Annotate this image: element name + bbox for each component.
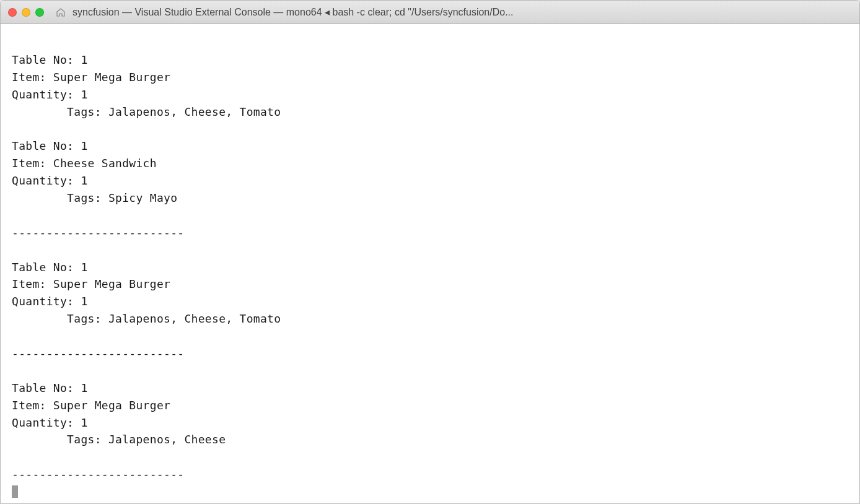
output-line: Tags: Spicy Mayo: [12, 189, 848, 207]
close-button[interactable]: [8, 8, 17, 17]
window-title: syncfusion — Visual Studio External Cons…: [72, 6, 852, 18]
traffic-lights: [8, 8, 44, 17]
output-line: Tags: Jalapenos, Cheese, Tomato: [12, 310, 848, 328]
tags-indent: [12, 312, 67, 325]
tags-value: Jalapenos, Cheese, Tomato: [108, 312, 281, 325]
output-line: [12, 328, 848, 345]
output-line: Table No: 1: [12, 51, 848, 69]
item-value: Super Mega Burger: [53, 71, 170, 84]
output-line: Quantity: 1: [12, 86, 848, 103]
item-value: Super Mega Burger: [53, 277, 170, 290]
output-line: [12, 207, 848, 224]
output-line: [12, 362, 848, 380]
tags-label: Tags:: [67, 105, 108, 118]
quantity-label: Quantity:: [12, 174, 81, 187]
quantity-value: 1: [81, 88, 87, 101]
output-line: Quantity: 1: [12, 172, 848, 189]
tags-value: Spicy Mayo: [108, 191, 177, 204]
output-line: Table No: 1: [12, 137, 848, 155]
tags-indent: [12, 105, 67, 118]
tags-label: Tags:: [67, 312, 108, 325]
output-line: Table No: 1: [12, 259, 848, 276]
quantity-label: Quantity:: [12, 88, 81, 101]
output-line: [12, 34, 848, 51]
separator-line: -------------------------: [12, 224, 848, 241]
quantity-value: 1: [81, 295, 87, 308]
quantity-label: Quantity:: [12, 416, 81, 429]
table-no-label: Table No:: [12, 261, 81, 274]
minimize-button[interactable]: [22, 8, 30, 17]
terminal-window: syncfusion — Visual Studio External Cons…: [0, 0, 860, 504]
table-no-label: Table No:: [12, 381, 81, 394]
output-line: [12, 120, 848, 137]
item-value: Super Mega Burger: [53, 399, 170, 412]
table-no-value: 1: [81, 139, 87, 152]
item-label: Item:: [12, 71, 53, 84]
item-label: Item:: [12, 277, 53, 290]
output-line: Quantity: 1: [12, 293, 848, 310]
table-no-value: 1: [81, 53, 87, 66]
table-no-label: Table No:: [12, 139, 81, 152]
tags-value: Jalapenos, Cheese: [108, 433, 226, 446]
tags-label: Tags:: [67, 433, 108, 446]
cursor-line: [12, 483, 848, 500]
terminal-cursor: [12, 485, 18, 498]
output-line: Item: Super Mega Burger: [12, 397, 848, 414]
quantity-value: 1: [81, 416, 87, 429]
table-no-value: 1: [81, 261, 87, 274]
output-line: Tags: Jalapenos, Cheese: [12, 431, 848, 448]
output-line: Quantity: 1: [12, 414, 848, 432]
home-icon: [55, 7, 66, 18]
tags-indent: [12, 191, 67, 204]
output-line: Table No: 1: [12, 380, 848, 397]
terminal-output[interactable]: Table No: 1 Item: Super Mega Burger Quan…: [1, 24, 859, 503]
item-value: Cheese Sandwich: [53, 157, 157, 170]
item-label: Item:: [12, 399, 53, 412]
window-titlebar[interactable]: syncfusion — Visual Studio External Cons…: [1, 1, 859, 24]
table-no-label: Table No:: [12, 53, 81, 66]
output-line: Tags: Jalapenos, Cheese, Tomato: [12, 103, 848, 121]
tags-indent: [12, 433, 67, 446]
output-line: Item: Super Mega Burger: [12, 69, 848, 86]
item-label: Item:: [12, 157, 53, 170]
quantity-label: Quantity:: [12, 295, 81, 308]
quantity-value: 1: [81, 174, 87, 187]
output-line: Item: Cheese Sandwich: [12, 155, 848, 172]
table-no-value: 1: [81, 381, 87, 394]
output-line: [12, 448, 848, 466]
output-line: Item: Super Mega Burger: [12, 276, 848, 293]
output-line: [12, 241, 848, 259]
separator-line: -------------------------: [12, 466, 848, 483]
tags-value: Jalapenos, Cheese, Tomato: [108, 105, 281, 118]
tags-label: Tags:: [67, 191, 108, 204]
maximize-button[interactable]: [35, 8, 44, 17]
separator-line: -------------------------: [12, 345, 848, 362]
